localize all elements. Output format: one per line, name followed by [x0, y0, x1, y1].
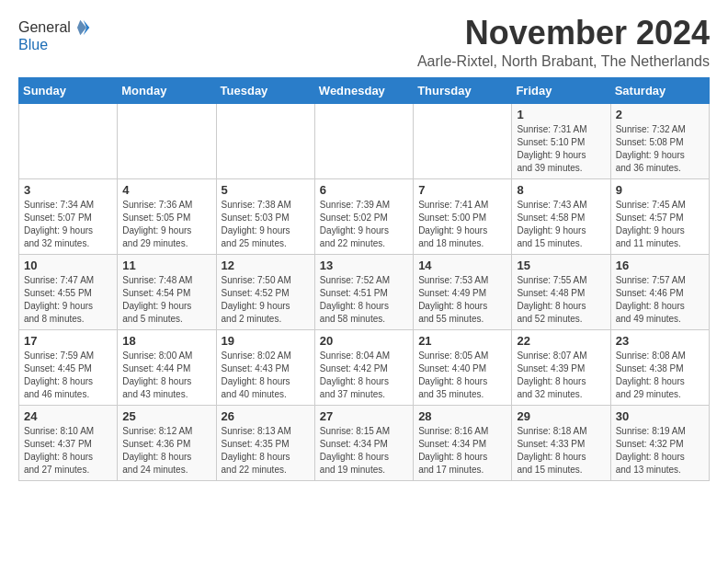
day-number: 8 [517, 183, 605, 197]
day-number: 29 [517, 409, 605, 423]
day-info: Sunrise: 7:45 AM Sunset: 4:57 PM Dayligh… [616, 199, 704, 250]
week-row-1: 3Sunrise: 7:34 AM Sunset: 5:07 PM Daylig… [19, 178, 710, 254]
calendar-cell: 18Sunrise: 8:00 AM Sunset: 4:44 PM Dayli… [118, 329, 216, 405]
day-number: 17 [24, 334, 112, 348]
day-number: 18 [122, 334, 210, 348]
day-info: Sunrise: 7:38 AM Sunset: 5:03 PM Dayligh… [222, 199, 310, 250]
calendar-cell: 22Sunrise: 8:07 AM Sunset: 4:39 PM Dayli… [512, 329, 610, 405]
calendar-cell: 11Sunrise: 7:48 AM Sunset: 4:54 PM Dayli… [118, 254, 216, 329]
day-info: Sunrise: 8:05 AM Sunset: 4:40 PM Dayligh… [418, 350, 506, 401]
page-header: General Blue November 2024 Aarle-Rixtel,… [18, 15, 710, 70]
weekday-header-tuesday: Tuesday [216, 77, 314, 103]
calendar-cell [216, 103, 314, 178]
day-number: 14 [418, 259, 506, 272]
calendar-cell [414, 103, 512, 178]
calendar-cell: 27Sunrise: 8:15 AM Sunset: 4:34 PM Dayli… [314, 405, 413, 480]
day-info: Sunrise: 7:34 AM Sunset: 5:07 PM Dayligh… [24, 199, 112, 250]
calendar-cell: 6Sunrise: 7:39 AM Sunset: 5:02 PM Daylig… [314, 178, 413, 254]
weekday-header-saturday: Saturday [610, 77, 709, 103]
calendar-cell: 14Sunrise: 7:53 AM Sunset: 4:49 PM Dayli… [414, 254, 512, 329]
day-info: Sunrise: 8:16 AM Sunset: 4:34 PM Dayligh… [418, 425, 506, 477]
day-info: Sunrise: 8:04 AM Sunset: 4:42 PM Dayligh… [320, 350, 408, 401]
calendar-cell: 13Sunrise: 7:52 AM Sunset: 4:51 PM Dayli… [314, 254, 413, 329]
day-number: 20 [320, 334, 408, 348]
day-info: Sunrise: 7:53 AM Sunset: 4:49 PM Dayligh… [418, 274, 506, 326]
day-info: Sunrise: 7:41 AM Sunset: 5:00 PM Dayligh… [418, 199, 506, 250]
day-info: Sunrise: 7:48 AM Sunset: 4:54 PM Dayligh… [122, 274, 210, 326]
weekday-header-thursday: Thursday [414, 77, 512, 103]
day-number: 6 [320, 183, 408, 197]
day-number: 24 [24, 409, 112, 423]
week-row-2: 10Sunrise: 7:47 AM Sunset: 4:55 PM Dayli… [19, 254, 710, 329]
calendar-cell: 5Sunrise: 7:38 AM Sunset: 5:03 PM Daylig… [216, 178, 314, 254]
day-info: Sunrise: 8:18 AM Sunset: 4:33 PM Dayligh… [517, 425, 605, 477]
day-number: 12 [222, 259, 310, 272]
calendar-cell [314, 103, 413, 178]
day-number: 22 [517, 334, 605, 348]
day-info: Sunrise: 8:00 AM Sunset: 4:44 PM Dayligh… [122, 350, 210, 401]
calendar-cell: 23Sunrise: 8:08 AM Sunset: 4:38 PM Dayli… [610, 329, 709, 405]
day-number: 23 [616, 334, 704, 348]
calendar-cell: 21Sunrise: 8:05 AM Sunset: 4:40 PM Dayli… [414, 329, 512, 405]
calendar-subtitle: Aarle-Rixtel, North Brabant, The Netherl… [417, 53, 710, 70]
day-info: Sunrise: 7:55 AM Sunset: 4:48 PM Dayligh… [517, 274, 605, 326]
calendar-cell: 25Sunrise: 8:12 AM Sunset: 4:36 PM Dayli… [118, 405, 216, 480]
day-info: Sunrise: 8:08 AM Sunset: 4:38 PM Dayligh… [616, 350, 704, 401]
day-info: Sunrise: 7:36 AM Sunset: 5:05 PM Dayligh… [122, 199, 210, 250]
day-number: 13 [320, 259, 408, 272]
day-number: 30 [616, 409, 704, 423]
day-info: Sunrise: 7:39 AM Sunset: 5:02 PM Dayligh… [320, 199, 408, 250]
calendar-cell: 1Sunrise: 7:31 AM Sunset: 5:10 PM Daylig… [512, 103, 610, 178]
day-info: Sunrise: 7:52 AM Sunset: 4:51 PM Dayligh… [320, 274, 408, 326]
logo: General Blue [18, 18, 91, 53]
title-area: November 2024 Aarle-Rixtel, North Braban… [417, 15, 710, 70]
day-info: Sunrise: 7:32 AM Sunset: 5:08 PM Dayligh… [616, 123, 704, 175]
calendar-cell: 30Sunrise: 8:19 AM Sunset: 4:32 PM Dayli… [610, 405, 709, 480]
day-info: Sunrise: 7:31 AM Sunset: 5:10 PM Dayligh… [517, 123, 605, 175]
day-info: Sunrise: 8:07 AM Sunset: 4:39 PM Dayligh… [517, 350, 605, 401]
calendar-cell: 2Sunrise: 7:32 AM Sunset: 5:08 PM Daylig… [610, 103, 709, 178]
day-number: 7 [418, 183, 506, 197]
day-info: Sunrise: 8:13 AM Sunset: 4:35 PM Dayligh… [222, 425, 310, 477]
day-number: 5 [222, 183, 310, 197]
calendar-cell: 29Sunrise: 8:18 AM Sunset: 4:33 PM Dayli… [512, 405, 610, 480]
day-info: Sunrise: 7:47 AM Sunset: 4:55 PM Dayligh… [24, 274, 112, 326]
day-info: Sunrise: 7:59 AM Sunset: 4:45 PM Dayligh… [24, 350, 112, 401]
calendar-title: November 2024 [417, 15, 710, 52]
calendar-cell: 9Sunrise: 7:45 AM Sunset: 4:57 PM Daylig… [610, 178, 709, 254]
day-number: 16 [616, 259, 704, 272]
day-number: 28 [418, 409, 506, 423]
calendar-cell: 3Sunrise: 7:34 AM Sunset: 5:07 PM Daylig… [19, 178, 118, 254]
day-number: 10 [24, 259, 112, 272]
day-info: Sunrise: 8:10 AM Sunset: 4:37 PM Dayligh… [24, 425, 112, 477]
day-info: Sunrise: 8:19 AM Sunset: 4:32 PM Dayligh… [616, 425, 704, 477]
logo-general-text: General [18, 19, 71, 36]
day-number: 9 [616, 183, 704, 197]
calendar-table: SundayMondayTuesdayWednesdayThursdayFrid… [18, 77, 710, 481]
day-number: 21 [418, 334, 506, 348]
weekday-header-friday: Friday [512, 77, 610, 103]
calendar-cell: 26Sunrise: 8:13 AM Sunset: 4:35 PM Dayli… [216, 405, 314, 480]
calendar-cell: 24Sunrise: 8:10 AM Sunset: 4:37 PM Dayli… [19, 405, 118, 480]
day-info: Sunrise: 7:57 AM Sunset: 4:46 PM Dayligh… [616, 274, 704, 326]
weekday-header-sunday: Sunday [19, 77, 118, 103]
day-number: 2 [616, 108, 704, 121]
week-row-4: 24Sunrise: 8:10 AM Sunset: 4:37 PM Dayli… [19, 405, 710, 480]
calendar-cell: 4Sunrise: 7:36 AM Sunset: 5:05 PM Daylig… [118, 178, 216, 254]
day-number: 25 [122, 409, 210, 423]
calendar-cell: 20Sunrise: 8:04 AM Sunset: 4:42 PM Dayli… [314, 329, 413, 405]
weekday-header-row: SundayMondayTuesdayWednesdayThursdayFrid… [19, 77, 710, 103]
calendar-cell: 7Sunrise: 7:41 AM Sunset: 5:00 PM Daylig… [414, 178, 512, 254]
logo-blue-text: Blue [18, 37, 48, 53]
calendar-cell: 17Sunrise: 7:59 AM Sunset: 4:45 PM Dayli… [19, 329, 118, 405]
day-number: 4 [122, 183, 210, 197]
calendar-cell [118, 103, 216, 178]
logo-icon [73, 18, 91, 37]
day-number: 15 [517, 259, 605, 272]
day-number: 27 [320, 409, 408, 423]
week-row-3: 17Sunrise: 7:59 AM Sunset: 4:45 PM Dayli… [19, 329, 710, 405]
day-info: Sunrise: 8:12 AM Sunset: 4:36 PM Dayligh… [122, 425, 210, 477]
week-row-0: 1Sunrise: 7:31 AM Sunset: 5:10 PM Daylig… [19, 103, 710, 178]
calendar-cell: 10Sunrise: 7:47 AM Sunset: 4:55 PM Dayli… [19, 254, 118, 329]
calendar-header: SundayMondayTuesdayWednesdayThursdayFrid… [19, 77, 710, 103]
